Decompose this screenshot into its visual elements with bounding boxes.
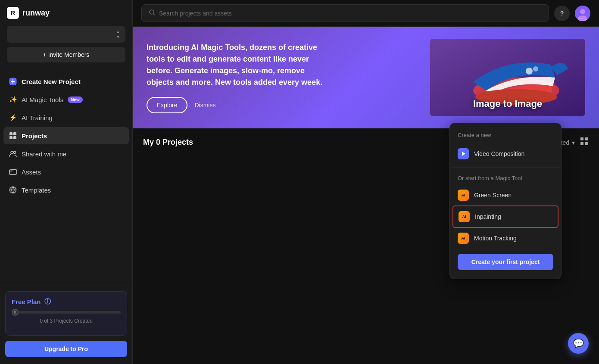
green-screen-ai-icon: AI <box>458 190 469 201</box>
create-new-dropdown: Create a new Video Composition Or start … <box>449 123 562 279</box>
sidebar-item-label-magic: AI Magic Tools <box>22 96 63 103</box>
workspace-arrows-icon: ▲ ▼ <box>116 29 120 39</box>
folder-icon <box>9 168 17 176</box>
create-first-project-button[interactable]: Create your first project <box>458 254 553 270</box>
svg-point-6 <box>14 152 16 154</box>
header-icons: ? <box>554 6 590 21</box>
green-screen-item[interactable]: AI Green Screen <box>450 185 561 205</box>
sidebar-item-assets[interactable]: Assets <box>3 163 129 180</box>
svg-rect-18 <box>580 137 583 140</box>
invite-members-button[interactable]: + Invite Members <box>7 47 125 62</box>
svg-rect-3 <box>9 136 12 139</box>
svg-rect-4 <box>13 136 16 139</box>
search-placeholder: Search projects and assets <box>159 10 232 17</box>
workspace-selector[interactable]: ▲ ▼ <box>7 26 125 43</box>
svg-point-17 <box>533 66 538 72</box>
people-icon <box>9 149 17 158</box>
svg-rect-7 <box>9 170 16 174</box>
sidebar-top: R runway ▲ ▼ + Invite Members <box>0 0 132 68</box>
dropdown-divider <box>450 168 561 168</box>
inpainting-label: Inpainting <box>475 213 501 220</box>
sidebar-nav: Create New Project ✨ AI Magic Tools New … <box>0 68 132 286</box>
banner-title: Introducing AI Magic Tools, dozens of cr… <box>147 42 328 88</box>
inpainting-item[interactable]: AI Inpainting <box>452 205 558 228</box>
motion-tracking-item[interactable]: AI Motion Tracking <box>450 228 561 249</box>
sidebar-item-label-projects: Projects <box>22 132 47 140</box>
chat-button[interactable]: 💬 <box>568 333 589 354</box>
globe-icon <box>9 186 17 194</box>
sidebar-item-shared-with-me[interactable]: Shared with me <box>3 145 129 162</box>
new-badge: New <box>68 96 83 103</box>
free-plan-label: Free Plan ⓘ <box>12 298 121 306</box>
help-button[interactable]: ? <box>554 6 570 21</box>
logo: R runway <box>7 7 125 19</box>
motion-tracking-label: Motion Tracking <box>474 235 517 242</box>
video-composition-icon <box>458 148 469 159</box>
sidebar-item-label-create: Create New Project <box>22 78 81 85</box>
video-composition-item[interactable]: Video Composition <box>450 143 561 164</box>
svg-rect-2 <box>13 132 16 135</box>
chat-icon: 💬 <box>573 338 584 348</box>
banner-text: Introducing AI Magic Tools, dozens of cr… <box>147 42 430 113</box>
projects-count: 0 of 3 Projects Created <box>12 318 121 324</box>
svg-marker-22 <box>462 152 465 156</box>
sidebar-bottom: Free Plan ⓘ 0 0 of 3 Projects Created Up… <box>0 286 132 364</box>
banner-image-label: Image to Image <box>473 98 542 109</box>
sidebar-item-ai-magic-tools[interactable]: ✨ AI Magic Tools New <box>3 91 129 108</box>
progress-bar-container: 0 <box>12 311 121 314</box>
motion-tracking-ai-icon: AI <box>458 233 469 244</box>
video-composition-label: Video Composition <box>474 150 524 157</box>
magic-icon: ✨ <box>9 95 17 104</box>
lightning-icon: ⚡ <box>9 113 17 122</box>
sidebar-item-projects[interactable]: Projects <box>3 127 129 144</box>
magic-tool-section-label: Or start from a Magic Tool <box>450 171 561 185</box>
svg-rect-1 <box>9 132 12 135</box>
grid-icon <box>9 131 17 140</box>
plus-icon <box>9 77 17 86</box>
grid-view-button[interactable] <box>580 137 589 148</box>
chevron-down-icon: ▾ <box>572 139 575 146</box>
sidebar-item-label-assets: Assets <box>22 168 41 176</box>
header: Search projects and assets ? <box>133 0 599 27</box>
sidebar-item-templates[interactable]: Templates <box>3 181 129 199</box>
inpainting-ai-icon: AI <box>459 211 470 222</box>
banner-image: Image to Image <box>430 39 585 116</box>
green-screen-label: Green Screen <box>474 192 512 199</box>
free-plan-box: Free Plan ⓘ 0 0 of 3 Projects Created <box>5 291 127 336</box>
help-icon: ? <box>560 10 564 17</box>
free-plan-text: Free Plan <box>12 298 41 305</box>
main-content: Search projects and assets ? Introducing… <box>133 0 599 364</box>
upgrade-to-pro-button[interactable]: Upgrade to Pro <box>5 341 127 357</box>
progress-dot: 0 <box>12 309 19 316</box>
search-bar[interactable]: Search projects and assets <box>141 4 549 22</box>
avatar[interactable] <box>575 6 590 21</box>
dismiss-button[interactable]: Dismiss <box>194 102 215 109</box>
banner-actions: Explore Dismiss <box>147 97 430 113</box>
logo-text: runway <box>22 9 50 18</box>
svg-rect-19 <box>585 137 588 140</box>
svg-point-5 <box>11 151 13 154</box>
sidebar: R runway ▲ ▼ + Invite Members Create New… <box>0 0 133 364</box>
banner: Introducing AI Magic Tools, dozens of cr… <box>133 27 599 128</box>
sidebar-item-label-shared: Shared with me <box>22 150 66 158</box>
svg-point-16 <box>526 68 533 75</box>
sidebar-item-ai-training[interactable]: ⚡ AI Training <box>3 109 129 126</box>
sidebar-item-create-new-project[interactable]: Create New Project <box>3 73 129 90</box>
search-icon <box>149 9 156 17</box>
sidebar-item-label-training: AI Training <box>22 114 53 121</box>
svg-rect-20 <box>580 142 583 145</box>
sidebar-item-label-templates: Templates <box>22 187 51 194</box>
info-icon[interactable]: ⓘ <box>44 298 51 306</box>
create-section-label: Create a new <box>450 130 561 143</box>
projects-title: My 0 Projects <box>143 138 193 147</box>
logo-icon: R <box>7 7 19 19</box>
explore-button[interactable]: Explore <box>147 97 187 113</box>
svg-rect-21 <box>585 142 588 145</box>
svg-point-11 <box>580 9 585 14</box>
